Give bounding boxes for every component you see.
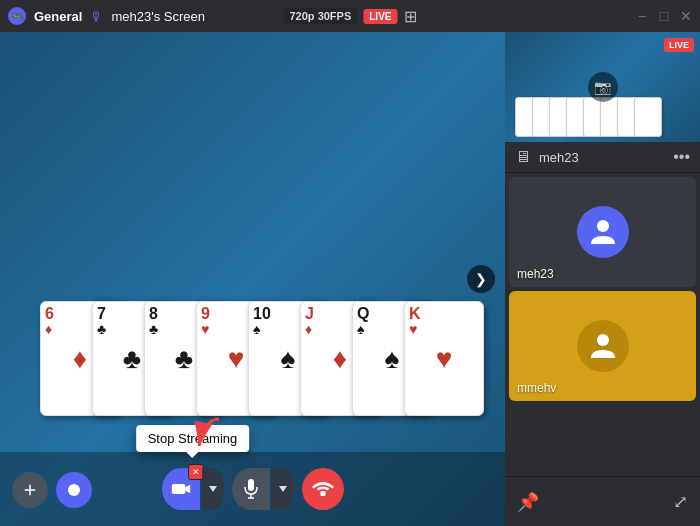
svg-marker-5 (185, 485, 190, 493)
monitor-icon: 🖥 (515, 148, 531, 166)
quality-badge: 720p 30FPS (284, 8, 358, 24)
end-call-button[interactable] (302, 468, 344, 510)
svg-rect-4 (171, 484, 184, 494)
camera-button[interactable]: ✕ (162, 468, 200, 510)
stream-user-bar: 🖥 meh23 ••• (505, 142, 700, 173)
camera-btn-group: ✕ (162, 468, 224, 510)
participant-avatar-meh23 (577, 206, 629, 258)
svg-point-10 (597, 220, 609, 232)
maximize-button[interactable]: □ (658, 10, 670, 22)
discord-home-button[interactable] (56, 472, 92, 508)
stream-username: meh23 (539, 150, 665, 165)
channel-name: General (34, 9, 82, 24)
discord-logo: 🎮 (8, 7, 26, 25)
svg-point-0 (68, 484, 80, 496)
bottom-toolbar: Stop Streaming (0, 452, 505, 526)
stream-preview-image: LIVE 📷 (505, 32, 700, 142)
sidebar-bottom-bar: 📌 ⤢ (505, 476, 700, 526)
participants-list: meh23 mmehv (505, 173, 700, 476)
stop-streaming-tooltip: Stop Streaming (136, 425, 250, 452)
preview-card-8 (634, 97, 662, 137)
participant-name-mmehv: mmehv (517, 381, 556, 395)
close-button[interactable]: ✕ (680, 10, 692, 22)
camera-dropdown-button[interactable] (202, 468, 224, 510)
participant-name-meh23: meh23 (517, 267, 554, 281)
stream-preview: LIVE 📷 (505, 32, 700, 142)
card-k-hearts: K ♥ ♥ (404, 301, 484, 416)
svg-point-2 (76, 489, 78, 491)
participant-avatar-mmehv (577, 320, 629, 372)
next-chevron-button[interactable]: ❯ (467, 265, 495, 293)
more-options-button[interactable]: ••• (673, 148, 690, 166)
svg-point-1 (71, 489, 73, 491)
pin-icon[interactable]: 📌 (517, 491, 539, 513)
title-bar: 🎮 General 🎙 meh23's Screen 720p 30FPS LI… (0, 0, 700, 32)
expand-icon[interactable]: ⤢ (673, 491, 688, 513)
stream-button-container: Stop Streaming (162, 468, 224, 510)
title-bar-left: 🎮 General 🎙 meh23's Screen (8, 7, 205, 25)
title-bar-right: − □ ✕ (636, 10, 692, 22)
preview-live-badge: LIVE (664, 38, 694, 52)
camera-overlay-icon: 📷 (588, 72, 618, 102)
cards-container: 6 ♦ ♦ 7 ♣ ♣ 8 ♣ ♣ 9 ♥ ♥ (20, 52, 485, 446)
grid-icon[interactable]: ⊞ (404, 7, 417, 26)
svg-rect-6 (248, 479, 254, 491)
channel-icon: 🎙 (90, 9, 103, 24)
participant-card-mmehv: mmehv (509, 291, 696, 401)
mic-btn-group (232, 468, 294, 510)
microphone-button[interactable] (232, 468, 270, 510)
screen-name: meh23's Screen (111, 9, 205, 24)
right-sidebar: LIVE 📷 🖥 meh23 ••• meh23 (505, 32, 700, 526)
live-badge: LIVE (363, 9, 397, 24)
mic-dropdown-button[interactable] (272, 468, 294, 510)
title-bar-center: 720p 30FPS LIVE ⊞ (284, 7, 417, 26)
minimize-button[interactable]: − (636, 10, 648, 22)
video-area: 6 ♦ ♦ 7 ♣ ♣ 8 ♣ ♣ 9 ♥ ♥ (0, 32, 505, 526)
svg-point-11 (597, 334, 609, 346)
svg-rect-9 (320, 491, 325, 496)
main-content: 6 ♦ ♦ 7 ♣ ♣ 8 ♣ ♣ 9 ♥ ♥ (0, 32, 700, 526)
participant-card-meh23: meh23 (509, 177, 696, 287)
add-user-button[interactable] (12, 472, 48, 508)
left-action-buttons (12, 472, 92, 508)
